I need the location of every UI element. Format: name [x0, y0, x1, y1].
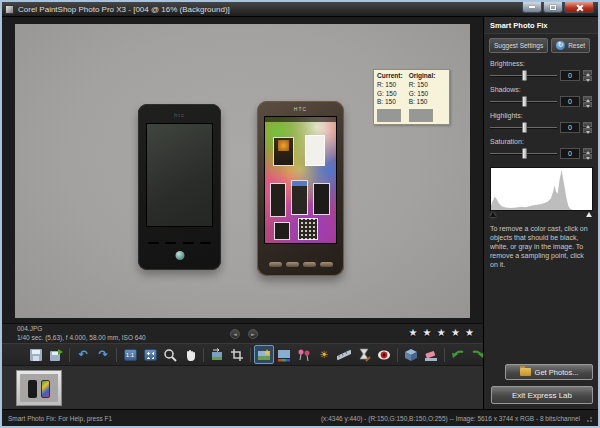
star-rating[interactable]: ★ ★ ★ ★ ★: [408, 327, 475, 338]
shadows-control: Shadows: 0: [484, 81, 598, 107]
original-r: R: 150: [409, 81, 436, 90]
saturation-spinner[interactable]: [583, 148, 592, 159]
brightness-value[interactable]: 0: [560, 70, 580, 81]
actual-size-icon: 1:1: [124, 349, 137, 361]
shadows-label: Shadows:: [490, 86, 592, 93]
eraser-icon: [424, 348, 438, 362]
right-phone-keys: [257, 262, 344, 267]
save-as-button[interactable]: [46, 345, 66, 364]
smart-photo-fix-panel: Smart Photo Fix Suggest Settings ↻ Reset…: [483, 17, 598, 409]
rotate-button[interactable]: [207, 345, 227, 364]
exit-express-lab-button[interactable]: Exit Express Lab: [491, 386, 593, 404]
get-photos-label: Get Photos...: [535, 368, 579, 377]
brightness-slider-thumb[interactable]: [522, 70, 527, 81]
maximize-button[interactable]: [543, 2, 563, 13]
depth-of-field-button[interactable]: [354, 345, 374, 364]
color-balance-icon: [277, 348, 291, 362]
current-b: B: 150: [377, 98, 403, 107]
original-label: Original:: [409, 72, 436, 81]
previous-photo-button[interactable]: ◄: [230, 329, 240, 339]
redo-button[interactable]: ↷: [93, 345, 113, 364]
saturation-slider-thumb[interactable]: [522, 148, 527, 159]
minimize-icon: [529, 6, 535, 8]
rotate-icon: [210, 348, 224, 362]
exif-info: 1/40 sec. (5,63), f 4.000, 58.00 mm, ISO…: [17, 334, 146, 342]
brightness-slider[interactable]: [490, 71, 557, 80]
local-tone-mapping-button[interactable]: [401, 345, 421, 364]
reset-button[interactable]: ↻ Reset: [551, 38, 590, 53]
crop-button[interactable]: [227, 345, 247, 364]
smart-photo-fix-icon: [257, 348, 271, 362]
straighten-button[interactable]: [334, 345, 354, 364]
saturation-slider[interactable]: [490, 149, 557, 158]
file-info: 004.JPG 1/40 sec. (5,63), f 4.000, 58.00…: [2, 325, 146, 342]
color-balance-button[interactable]: [274, 345, 294, 364]
get-photos-button[interactable]: Get Photos...: [505, 364, 593, 380]
shadows-spinner[interactable]: [583, 96, 592, 107]
histogram[interactable]: [490, 167, 592, 218]
status-cursor-info: (x:4346 y:440) - (R:150,G:150,B:150,O:25…: [321, 415, 580, 422]
smart-photo-fix-button[interactable]: [254, 345, 274, 364]
photo-navigation: ◄ ►: [230, 329, 258, 339]
photo-tray: [2, 365, 483, 409]
right-phone-statusbar: [265, 117, 336, 122]
white-point-marker[interactable]: [586, 212, 592, 217]
toolbar: ↶ ↷ 1:1 ☀: [2, 343, 483, 365]
right-phone-logo: HTC: [257, 106, 344, 112]
fit-to-window-icon: [144, 349, 157, 361]
zoom-tool-button[interactable]: [160, 345, 180, 364]
window-title: Corel PaintShop Photo Pro X3 - [004 @ 16…: [18, 5, 230, 14]
rotate-left-icon: [451, 348, 465, 362]
minimize-button[interactable]: [522, 2, 542, 13]
left-phone-trackball: [175, 251, 184, 260]
cube-icon: [404, 348, 418, 362]
shadows-slider[interactable]: [490, 97, 557, 106]
highlights-slider-thumb[interactable]: [522, 122, 527, 133]
close-icon: [576, 4, 583, 11]
resize-grip[interactable]: [585, 415, 592, 422]
undo-button[interactable]: ↶: [73, 345, 93, 364]
highlights-spinner[interactable]: [583, 122, 592, 133]
next-photo-button[interactable]: ►: [248, 329, 258, 339]
red-eye-button[interactable]: [374, 345, 394, 364]
shadows-slider-thumb[interactable]: [522, 96, 527, 107]
save-button[interactable]: [26, 345, 46, 364]
highlights-value[interactable]: 0: [560, 122, 580, 133]
panel-title: Smart Photo Fix: [484, 17, 598, 34]
close-button[interactable]: [564, 2, 594, 13]
highlights-slider[interactable]: [490, 123, 557, 132]
app-window: Corel PaintShop Photo Pro X3 - [004 @ 16…: [0, 0, 600, 428]
brightness-spinner[interactable]: [583, 70, 592, 81]
app-icon: [5, 5, 14, 14]
saturation-value[interactable]: 0: [560, 148, 580, 159]
left-phone-screen: [146, 123, 213, 227]
black-point-marker[interactable]: [490, 212, 496, 217]
highlights-control: Highlights: 0: [484, 107, 598, 133]
status-bar: Smart Photo Fix: For Help, press F1 (x:4…: [2, 409, 598, 426]
status-help-text: Smart Photo Fix: For Help, press F1: [8, 415, 112, 422]
photo-image[interactable]: htc HTC: [15, 24, 470, 318]
actual-size-button[interactable]: 1:1: [120, 345, 140, 364]
image-canvas[interactable]: htc HTC: [2, 17, 483, 323]
photo-info-bar: 004.JPG 1/40 sec. (5,63), f 4.000, 58.00…: [2, 323, 483, 343]
red-eye-icon: [377, 348, 391, 362]
fit-to-window-button[interactable]: [140, 345, 160, 364]
shadows-value[interactable]: 0: [560, 96, 580, 107]
current-swatch: [377, 109, 401, 122]
exit-label: Exit Express Lab: [512, 391, 572, 400]
maximize-icon: [550, 5, 556, 10]
brightness-label: Brightness:: [490, 60, 592, 67]
eraser-button[interactable]: [421, 345, 441, 364]
fill-light-button[interactable]: ☀: [314, 345, 334, 364]
next-arrow-icon: ►: [251, 331, 255, 337]
photo-thumbnail[interactable]: [16, 370, 62, 406]
current-label: Current:: [377, 72, 403, 81]
rotate-left-button[interactable]: [448, 345, 468, 364]
reset-icon: ↻: [556, 41, 565, 50]
suggest-settings-button[interactable]: Suggest Settings: [489, 38, 548, 53]
pan-tool-button[interactable]: [180, 345, 200, 364]
makeover-button[interactable]: [294, 345, 314, 364]
undo-icon: ↶: [78, 349, 87, 360]
photo-right-phone: HTC: [257, 101, 344, 276]
makeover-pins-icon: [297, 348, 311, 362]
